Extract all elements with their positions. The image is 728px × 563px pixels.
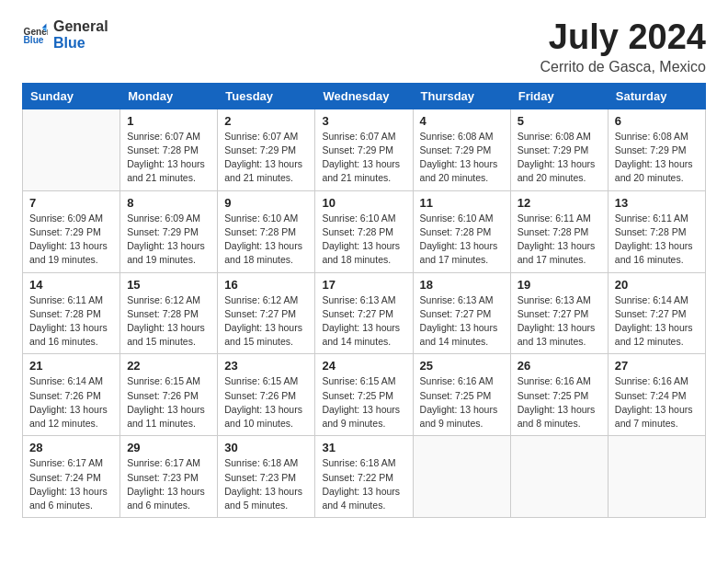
calendar-cell: 3Sunrise: 6:07 AMSunset: 7:29 PMDaylight… [315,109,413,190]
calendar-cell: 17Sunrise: 6:13 AMSunset: 7:27 PMDayligh… [315,272,413,354]
weekday-header-saturday: Saturday [608,83,705,109]
day-number: 15 [127,278,210,292]
day-info: Sunrise: 6:16 AMSunset: 7:24 PMDaylight:… [615,374,699,431]
calendar-cell: 23Sunrise: 6:15 AMSunset: 7:26 PMDayligh… [218,354,315,436]
day-number: 6 [615,114,699,128]
day-info: Sunrise: 6:09 AMSunset: 7:29 PMDaylight:… [29,212,113,268]
calendar-cell: 26Sunrise: 6:16 AMSunset: 7:25 PMDayligh… [510,354,608,436]
calendar-cell [23,109,120,190]
day-info: Sunrise: 6:14 AMSunset: 7:27 PMDaylight:… [615,293,699,350]
day-number: 11 [420,196,504,210]
day-info: Sunrise: 6:10 AMSunset: 7:28 PMDaylight:… [420,212,504,268]
day-info: Sunrise: 6:07 AMSunset: 7:28 PMDaylight:… [127,130,210,186]
calendar-cell: 18Sunrise: 6:13 AMSunset: 7:27 PMDayligh… [413,272,510,354]
day-info: Sunrise: 6:07 AMSunset: 7:29 PMDaylight:… [322,130,405,186]
weekday-header-wednesday: Wednesday [315,83,413,109]
day-number: 24 [322,359,405,373]
weekday-header-thursday: Thursday [413,83,510,109]
day-info: Sunrise: 6:13 AMSunset: 7:27 PMDaylight:… [420,293,504,350]
calendar-cell: 10Sunrise: 6:10 AMSunset: 7:28 PMDayligh… [315,190,413,272]
day-number: 2 [224,114,308,128]
calendar-body: 1Sunrise: 6:07 AMSunset: 7:28 PMDaylight… [23,109,706,517]
day-number: 3 [322,114,405,128]
week-row-1: 1Sunrise: 6:07 AMSunset: 7:28 PMDaylight… [23,109,706,190]
day-info: Sunrise: 6:11 AMSunset: 7:28 PMDaylight:… [518,212,601,268]
calendar-cell: 6Sunrise: 6:08 AMSunset: 7:29 PMDaylight… [608,109,705,190]
logo-blue-text: Blue [53,35,108,52]
calendar-cell: 11Sunrise: 6:10 AMSunset: 7:28 PMDayligh… [413,190,510,272]
calendar-cell: 31Sunrise: 6:18 AMSunset: 7:22 PMDayligh… [315,436,413,518]
day-info: Sunrise: 6:13 AMSunset: 7:27 PMDaylight:… [518,293,601,350]
calendar-cell: 20Sunrise: 6:14 AMSunset: 7:27 PMDayligh… [608,272,705,354]
day-info: Sunrise: 6:17 AMSunset: 7:24 PMDaylight:… [29,456,113,512]
day-number: 8 [127,196,210,210]
calendar-cell [413,436,510,518]
day-info: Sunrise: 6:16 AMSunset: 7:25 PMDaylight:… [420,374,504,431]
day-number: 1 [127,114,210,128]
calendar-cell: 2Sunrise: 6:07 AMSunset: 7:29 PMDaylight… [218,109,315,190]
day-number: 12 [518,196,601,210]
day-number: 14 [29,278,113,292]
calendar-cell: 1Sunrise: 6:07 AMSunset: 7:28 PMDaylight… [120,109,218,190]
day-number: 16 [224,278,308,292]
day-number: 17 [322,278,405,292]
weekday-header-row: SundayMondayTuesdayWednesdayThursdayFrid… [23,83,706,109]
day-info: Sunrise: 6:10 AMSunset: 7:28 PMDaylight:… [322,212,405,268]
day-info: Sunrise: 6:11 AMSunset: 7:28 PMDaylight:… [615,212,699,268]
day-info: Sunrise: 6:18 AMSunset: 7:22 PMDaylight:… [322,456,405,512]
calendar-cell: 24Sunrise: 6:15 AMSunset: 7:25 PMDayligh… [315,354,413,436]
weekday-header-sunday: Sunday [23,83,120,109]
calendar-cell [510,436,608,518]
calendar-cell: 7Sunrise: 6:09 AMSunset: 7:29 PMDaylight… [23,190,120,272]
calendar-table: SundayMondayTuesdayWednesdayThursdayFrid… [22,83,706,518]
day-info: Sunrise: 6:08 AMSunset: 7:29 PMDaylight:… [420,130,504,186]
day-info: Sunrise: 6:15 AMSunset: 7:26 PMDaylight:… [224,374,308,431]
day-number: 23 [224,359,308,373]
calendar-cell: 14Sunrise: 6:11 AMSunset: 7:28 PMDayligh… [23,272,120,354]
svg-text:Blue: Blue [24,36,44,46]
calendar-cell: 29Sunrise: 6:17 AMSunset: 7:23 PMDayligh… [120,436,218,518]
day-info: Sunrise: 6:08 AMSunset: 7:29 PMDaylight:… [615,130,699,186]
logo: General Blue General Blue [22,18,108,52]
day-info: Sunrise: 6:15 AMSunset: 7:25 PMDaylight:… [322,374,405,431]
day-info: Sunrise: 6:12 AMSunset: 7:28 PMDaylight:… [127,293,210,350]
day-info: Sunrise: 6:08 AMSunset: 7:29 PMDaylight:… [518,130,601,186]
day-number: 4 [420,114,504,128]
calendar-cell: 8Sunrise: 6:09 AMSunset: 7:29 PMDaylight… [120,190,218,272]
day-number: 7 [29,196,113,210]
day-number: 13 [615,196,699,210]
day-number: 10 [322,196,405,210]
day-number: 18 [420,278,504,292]
week-row-5: 28Sunrise: 6:17 AMSunset: 7:24 PMDayligh… [23,436,706,518]
day-info: Sunrise: 6:15 AMSunset: 7:26 PMDaylight:… [127,374,210,431]
day-number: 29 [127,441,210,454]
calendar-cell: 30Sunrise: 6:18 AMSunset: 7:23 PMDayligh… [218,436,315,518]
weekday-header-tuesday: Tuesday [218,83,315,109]
calendar-cell: 12Sunrise: 6:11 AMSunset: 7:28 PMDayligh… [510,190,608,272]
calendar-cell: 13Sunrise: 6:11 AMSunset: 7:28 PMDayligh… [608,190,705,272]
day-info: Sunrise: 6:07 AMSunset: 7:29 PMDaylight:… [224,130,308,186]
day-number: 9 [224,196,308,210]
day-info: Sunrise: 6:17 AMSunset: 7:23 PMDaylight:… [127,456,210,512]
day-number: 19 [518,278,601,292]
week-row-4: 21Sunrise: 6:14 AMSunset: 7:26 PMDayligh… [23,354,706,436]
calendar-cell: 21Sunrise: 6:14 AMSunset: 7:26 PMDayligh… [23,354,120,436]
day-number: 21 [29,359,113,373]
day-info: Sunrise: 6:14 AMSunset: 7:26 PMDaylight:… [29,374,113,431]
title-area: July 2024 Cerrito de Gasca, Mexico [540,18,706,75]
day-number: 26 [518,359,601,373]
calendar-cell: 15Sunrise: 6:12 AMSunset: 7:28 PMDayligh… [120,272,218,354]
day-info: Sunrise: 6:09 AMSunset: 7:29 PMDaylight:… [127,212,210,268]
weekday-header-friday: Friday [510,83,608,109]
day-number: 5 [518,114,601,128]
day-number: 25 [420,359,504,373]
day-info: Sunrise: 6:12 AMSunset: 7:27 PMDaylight:… [224,293,308,350]
day-number: 28 [29,441,113,454]
day-info: Sunrise: 6:10 AMSunset: 7:28 PMDaylight:… [224,212,308,268]
month-title: July 2024 [540,18,706,57]
calendar-cell [608,436,705,518]
calendar-cell: 25Sunrise: 6:16 AMSunset: 7:25 PMDayligh… [413,354,510,436]
location-title: Cerrito de Gasca, Mexico [540,59,706,75]
day-number: 22 [127,359,210,373]
day-info: Sunrise: 6:18 AMSunset: 7:23 PMDaylight:… [224,456,308,512]
